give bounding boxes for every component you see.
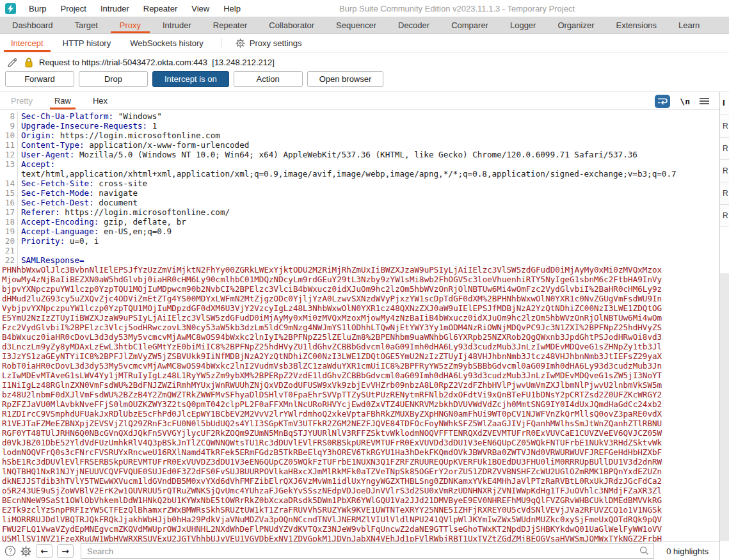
gear-icon (236, 38, 245, 48)
line-number: 22 (0, 255, 17, 265)
editor-column: PrettyRawHex \n 8Sec-Ch-Ua-Platform: "Wi… (0, 92, 719, 560)
request-editor[interactable]: 8Sec-Ch-Ua-Platform: "Windows"9Upgrade-I… (0, 110, 719, 541)
request-line: R1VEJTaFZMeEZBNXpjZEVSVjZlQ29ZRnF3cFU0N0… (0, 419, 719, 428)
open-browser-button[interactable]: Open browser (307, 71, 384, 87)
line-number: 19 (0, 227, 17, 236)
proxy-tabs: InterceptHTTP historyWebSockets history (1, 34, 213, 52)
inspector-section-row[interactable]: R (720, 182, 729, 205)
inspector-section-row[interactable]: R (720, 138, 729, 160)
forward-button[interactable]: Forward (5, 71, 74, 87)
inspector-section-row[interactable]: R (720, 160, 729, 182)
tab-decoder[interactable]: Decoder (387, 17, 440, 33)
search-prev-button[interactable]: ← (36, 544, 52, 558)
subtab-divider (221, 38, 221, 48)
request-line: text/html,application/xhtml+xml,applicat… (0, 169, 719, 179)
tab-target[interactable]: Target (64, 17, 109, 33)
menu-project[interactable]: Project (53, 4, 93, 13)
tab-logger[interactable]: Logger (499, 17, 547, 33)
line-number: 14 (0, 179, 17, 188)
request-line: U5MllSV1NVZ1FzeXRuUW1WbHVWRXRSUVExU2JGTV… (0, 534, 719, 541)
tab-comparer[interactable]: Comparer (440, 17, 499, 33)
request-line: lNQTBHQ1NxR1NJYjNEUUVCQVFVQUE0SUJEd0F3Z2… (0, 467, 719, 476)
search-next-button[interactable]: → (57, 544, 74, 558)
request-info-text: Request to https://trial-5043472.okta.co… (39, 58, 275, 67)
line-number: 10 (0, 131, 17, 140)
tab-repeater[interactable]: Repeater (202, 17, 258, 33)
request-line: I3JzYS1zaGEyNTYiIC8%2BPFJlZmVyZW5jZSBVUk… (0, 351, 719, 361)
tab-learn[interactable]: Learn (668, 17, 710, 33)
tab-proxy-settings[interactable]: Proxy settings (229, 34, 308, 52)
drop-button[interactable]: Drop (79, 71, 148, 87)
proxy-settings-label: Proxy settings (250, 38, 302, 48)
line-number: 8 (0, 111, 17, 121)
menu-items: BurpProjectIntruderRepeaterViewHelp (22, 4, 248, 13)
subtab-intercept[interactable]: Intercept (1, 34, 53, 52)
tab-intruder[interactable]: Intruder (152, 17, 202, 33)
lock-icon (24, 57, 33, 68)
search-settings-gear-icon[interactable] (20, 546, 31, 557)
line-number (0, 169, 17, 179)
menu-repeater[interactable]: Repeater (136, 4, 184, 13)
editor-tab-bar: PrettyRawHex \n (0, 92, 719, 110)
request-line: dkNEJJSTdib3hTVlY5TWEwWXVucm1ldGVndDB5M0… (0, 476, 719, 486)
tab-sequencer[interactable]: Sequencer (325, 17, 387, 33)
inspector-section-row[interactable]: R (720, 205, 729, 227)
help-icon[interactable]: ? (4, 545, 16, 557)
request-line: liMORRRUJDdlVBQTRJQkFRQkJjakhWbHJjb0hHa2… (0, 515, 719, 524)
word-wrap-icon[interactable] (655, 95, 670, 108)
burp-logo-icon (5, 3, 16, 14)
menu-intruder[interactable]: Intruder (93, 4, 136, 13)
pencil-icon[interactable] (6, 56, 19, 68)
line-number: 21 (0, 246, 17, 255)
tab-collaborator[interactable]: Collaborator (258, 17, 325, 33)
request-line: 9Upgrade-Insecure-Requests: 1 (0, 121, 719, 131)
subtab-http-history[interactable]: HTTP history (53, 34, 121, 52)
menu-help[interactable]: Help (216, 4, 248, 13)
request-line: 10Origin: https://login.microsoftonline.… (0, 131, 719, 140)
editor-tabs: PrettyRawHex (0, 92, 118, 109)
menu-burp[interactable]: Burp (22, 4, 53, 13)
inspector-section-row[interactable]: R (720, 115, 729, 138)
menu-bar: BurpProjectIntruderRepeaterViewHelp Burp… (0, 0, 729, 17)
inspector-gap (720, 227, 729, 273)
svg-text:?: ? (8, 548, 12, 555)
line-number: 9 (0, 121, 17, 131)
request-line: 12User-Agent: Mozilla/5.0 (Windows NT 10… (0, 150, 719, 159)
line-number: 20 (0, 236, 17, 246)
subtab-websockets-history[interactable]: WebSockets history (120, 34, 213, 52)
request-line: hSbE1Rc3dDUVlEVlFRSERBSkpUREVMTUFrR0ExVU… (0, 457, 719, 467)
newline-toggle-icon[interactable]: \n (680, 97, 690, 106)
editor-tab-hex[interactable]: Hex (82, 92, 118, 109)
request-info-bar: Request to https://trial-5043472.okta.co… (0, 52, 729, 72)
request-line: BEcnNNeW9SaSt1OWlObVhkemlDdW1HNkQ2bU1KYW… (0, 495, 719, 505)
line-number: 15 (0, 188, 17, 198)
inspector-header: I (720, 92, 729, 115)
intercept-toggle-button[interactable]: Intercept is on (152, 71, 229, 87)
request-line: 8Sec-Ch-Ua-Platform: "Windows" (0, 111, 719, 121)
inspector-panel-collapsed[interactable]: IRRRRR (719, 92, 729, 560)
tab-extensions[interactable]: Extensions (605, 17, 668, 33)
editor-tab-raw[interactable]: Raw (44, 92, 82, 109)
request-line: 11Content-Type: application/x-www-form-u… (0, 140, 719, 150)
request-line: 21 (0, 246, 719, 255)
request-line: VybjpvYXNpczpuYW1lczp0YzpTQU1MOjIuMDpzdG… (0, 303, 719, 313)
search-icon (639, 546, 649, 556)
action-button[interactable]: Action (234, 71, 303, 87)
request-line: o5R243UE9uSjZoWVBlV2ErK2w1OUVRUU5rQTRuZW… (0, 486, 719, 495)
menu-hamburger-icon[interactable] (700, 97, 709, 105)
menu-view[interactable]: View (184, 4, 216, 13)
editor-tab-pretty[interactable]: Pretty (0, 92, 44, 109)
tab-proxy[interactable]: Proxy (109, 17, 152, 33)
tab-dashboard[interactable]: Dashboard (1, 17, 64, 33)
search-field-wrap (81, 543, 654, 559)
request-line: RpZFZJaVU0MlAvbkNveFFjS0lmOUZKZWY3Z2tsQ0… (0, 399, 719, 409)
search-input[interactable] (81, 543, 654, 559)
request-line: 18Accept-Encoding: gzip, deflate, br (0, 217, 719, 227)
request-line: d0VkJBZ01DbE52YldVdFUzUmhkRlV4Q3pBSkJnTl… (0, 438, 719, 447)
tab-organizer[interactable]: Organizer (547, 17, 605, 33)
request-line: 16Sec-Fetch-Dest: document (0, 198, 719, 207)
request-line: I1NiIgLz48RGlnZXN0VmFsdWU%2BdFNJZWZiRmhM… (0, 380, 719, 390)
intercept-toolbar: Forward Drop Intercept is on Action Open… (0, 72, 729, 90)
request-line: B4bWxucz0iaHR0cDovL3d3dy53My5vcmcvMjAwMC… (0, 332, 719, 342)
window-title: Burp Suite Community Edition v2023.11.1.… (339, 0, 575, 17)
